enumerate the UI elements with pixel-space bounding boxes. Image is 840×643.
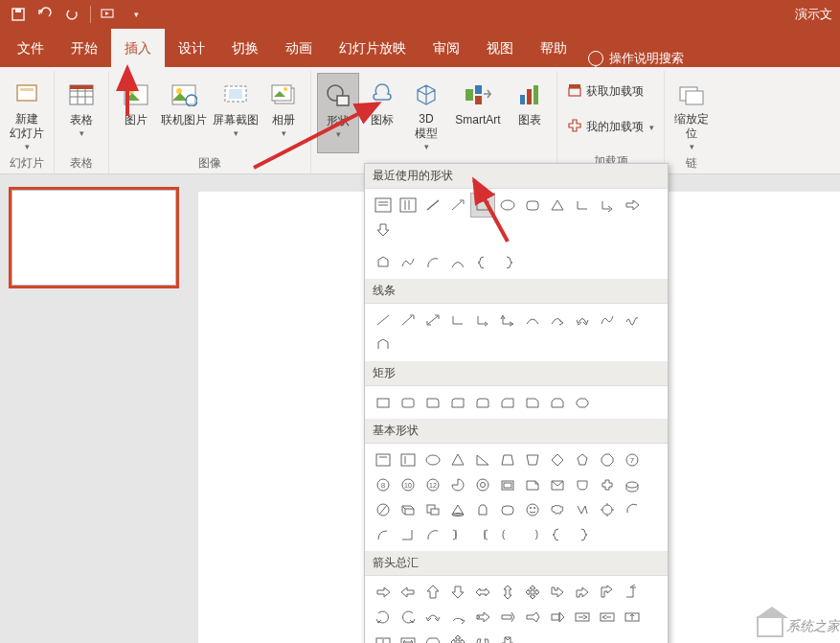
basic-shape-7-icon[interactable]	[545, 448, 570, 472]
arrow-shape-25-icon[interactable]	[445, 630, 470, 643]
online-picture-button[interactable]: 联机图片	[159, 73, 209, 153]
line-polygon-icon[interactable]	[371, 333, 396, 357]
album-button[interactable]: 相册 ▾	[262, 73, 305, 153]
basic-shape-27-icon[interactable]	[495, 497, 520, 522]
shape-curve-icon[interactable]	[445, 250, 470, 275]
line-curve-icon[interactable]	[520, 308, 545, 333]
basic-shape-20-icon[interactable]	[595, 472, 620, 497]
basic-shape-10-icon[interactable]: 7	[620, 448, 645, 472]
basic-shape-6-icon[interactable]	[520, 448, 545, 472]
arrow-shape-17-icon[interactable]	[520, 605, 545, 630]
shape-right-arrow-icon[interactable]	[620, 193, 645, 218]
rect6-icon[interactable]	[495, 390, 520, 415]
basic-shape-2-icon[interactable]	[420, 448, 445, 472]
basic-shape-37-icon[interactable]	[470, 522, 495, 547]
line-curve-dbl-icon[interactable]	[570, 308, 595, 333]
basic-shape-30-icon[interactable]	[570, 497, 595, 522]
basic-shape-28-icon[interactable]	[520, 497, 545, 522]
line-curve-arrow-icon[interactable]	[545, 308, 570, 333]
basic-shape-13-icon[interactable]: 12	[420, 472, 445, 497]
basic-shape-0-icon[interactable]	[371, 448, 396, 472]
model3d-button[interactable]: 3D 模型 ▾	[405, 73, 447, 153]
shapes-button[interactable]: 形状 ▾	[317, 73, 359, 153]
basic-shape-39-icon[interactable]	[520, 522, 545, 547]
shape-elbow-arrow-icon[interactable]	[595, 193, 620, 218]
redo-icon[interactable]	[61, 4, 82, 25]
arrow-shape-24-icon[interactable]	[420, 630, 445, 643]
chart-button[interactable]: 图表	[509, 73, 551, 153]
rect1-icon[interactable]	[371, 390, 396, 415]
line3-icon[interactable]	[420, 308, 445, 333]
arrow-shape-16-icon[interactable]	[495, 605, 520, 630]
tab-review[interactable]: 审阅	[420, 29, 473, 67]
rect4-icon[interactable]	[445, 390, 470, 415]
line-elbow-double-icon[interactable]	[495, 308, 520, 333]
basic-shape-36-icon[interactable]	[445, 522, 470, 547]
arrow-shape-9-icon[interactable]	[595, 580, 620, 605]
basic-shape-12-icon[interactable]: 10	[396, 472, 420, 497]
tell-me-search[interactable]: 操作说明搜索	[588, 50, 684, 67]
tab-file[interactable]: 文件	[4, 29, 57, 67]
basic-shape-16-icon[interactable]	[495, 472, 520, 497]
basic-shape-35-icon[interactable]	[420, 522, 445, 547]
line-elbow-arrow-icon[interactable]	[470, 308, 495, 333]
basic-shape-4-icon[interactable]	[470, 448, 495, 472]
arrow-shape-23-icon[interactable]	[396, 630, 420, 643]
arrow-shape-10-icon[interactable]	[620, 580, 645, 605]
shape-arrow-line-icon[interactable]	[445, 193, 470, 218]
get-addins-button[interactable]: 获取加载项	[563, 80, 647, 103]
line2-icon[interactable]	[396, 308, 420, 333]
tab-help[interactable]: 帮助	[527, 29, 580, 67]
basic-shape-41-icon[interactable]	[570, 522, 595, 547]
basic-shape-40-icon[interactable]	[545, 522, 570, 547]
arrow-shape-20-icon[interactable]	[595, 605, 620, 630]
shape-brace2-icon[interactable]	[495, 250, 520, 275]
basic-shape-15-icon[interactable]	[470, 472, 495, 497]
arrow-shape-4-icon[interactable]	[470, 580, 495, 605]
picture-button[interactable]: 图片	[115, 73, 157, 153]
arrow-shape-18-icon[interactable]	[545, 605, 570, 630]
shape-elbow-icon[interactable]	[570, 193, 595, 218]
rect8-icon[interactable]	[545, 390, 570, 415]
basic-shape-5-icon[interactable]	[495, 448, 520, 472]
tab-transitions[interactable]: 切换	[218, 29, 272, 67]
basic-shape-3-icon[interactable]	[445, 448, 470, 472]
shape-down-arrow-icon[interactable]	[371, 218, 396, 242]
rect3-icon[interactable]	[420, 390, 445, 415]
basic-shape-1-icon[interactable]	[396, 448, 420, 472]
rect5-icon[interactable]	[470, 390, 495, 415]
undo-icon[interactable]	[34, 4, 56, 25]
line1-icon[interactable]	[371, 308, 396, 333]
basic-shape-29-icon[interactable]	[545, 497, 570, 522]
basic-shape-21-icon[interactable]	[620, 472, 645, 497]
my-addins-button[interactable]: 我的加载项 ▾	[563, 116, 658, 138]
shape-scribble-icon[interactable]	[396, 250, 420, 275]
arrow-shape-3-icon[interactable]	[445, 580, 470, 605]
basic-shape-33-icon[interactable]	[371, 522, 396, 547]
tab-animations[interactable]: 动画	[272, 29, 326, 67]
basic-shape-11-icon[interactable]: 8	[371, 472, 396, 497]
shape-freeform-icon[interactable]	[371, 250, 396, 275]
arrow-shape-15-icon[interactable]	[470, 605, 495, 630]
tab-view[interactable]: 视图	[473, 29, 527, 67]
arrow-shape-27-icon[interactable]	[495, 630, 520, 643]
basic-shape-14-icon[interactable]	[445, 472, 470, 497]
basic-shape-38-icon[interactable]	[495, 522, 520, 547]
shape-rectangle-icon[interactable]	[470, 193, 495, 218]
arrow-shape-21-icon[interactable]	[620, 605, 645, 630]
tab-home[interactable]: 开始	[57, 29, 111, 67]
arrow-shape-13-icon[interactable]	[420, 605, 445, 630]
arrow-shape-12-icon[interactable]	[396, 605, 420, 630]
zoom-button[interactable]: 缩放定 位 ▾	[670, 73, 713, 153]
arrow-shape-6-icon[interactable]	[520, 580, 545, 605]
arrow-shape-8-icon[interactable]	[570, 580, 595, 605]
arrow-shape-22-icon[interactable]	[371, 630, 396, 643]
line-scribble-icon[interactable]	[620, 308, 645, 333]
rect9-icon[interactable]	[570, 390, 595, 415]
basic-shape-25-icon[interactable]	[445, 497, 470, 522]
shape-line-icon[interactable]	[420, 193, 445, 218]
shape-roundrect-icon[interactable]	[520, 193, 545, 218]
from-beginning-icon[interactable]	[99, 4, 120, 25]
basic-shape-9-icon[interactable]	[595, 448, 620, 472]
rect7-icon[interactable]	[520, 390, 545, 415]
